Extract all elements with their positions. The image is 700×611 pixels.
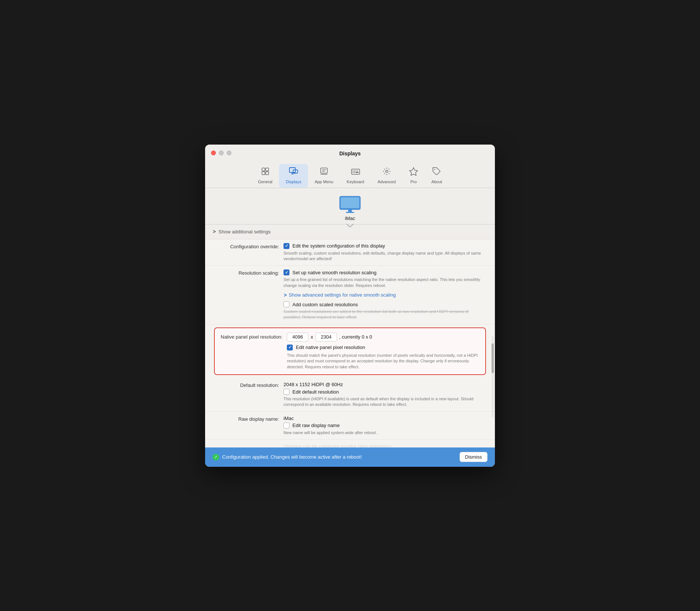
config-override-checkbox-label: Edit the system configuration of this di… (292, 243, 385, 249)
edit-default-res-checkbox[interactable] (283, 389, 289, 395)
svg-rect-26 (346, 212, 354, 213)
add-custom-checkbox-container[interactable]: Add custom scaled resolutions (283, 301, 486, 307)
svg-rect-24 (341, 197, 359, 208)
config-override-checkbox-container[interactable]: Edit the system configuration of this di… (283, 243, 486, 249)
resolution-scaling-row: Resolution scaling: Set up native smooth… (205, 266, 495, 324)
advanced-chevron-icon (283, 293, 287, 297)
tab-about[interactable]: About (425, 164, 449, 188)
tab-pro-label: Pro (411, 180, 417, 184)
tab-pro[interactable]: Pro (402, 164, 425, 188)
tab-about-label: About (431, 180, 442, 184)
add-custom-description: Custom scaled resolutions are added to t… (283, 309, 486, 320)
keyboard-icon (351, 167, 360, 178)
settings-content: Show additional settings Configuration o… (205, 224, 495, 447)
traffic-lights (211, 151, 231, 155)
show-additional-label: Show additional settings (218, 229, 270, 235)
edit-raw-name-checkbox-container[interactable]: Edit raw display name (283, 423, 486, 429)
native-panel-description: This should match the panel's physical r… (287, 353, 479, 370)
svg-rect-1 (266, 168, 269, 171)
tab-general[interactable]: General (251, 164, 279, 188)
pro-icon (409, 167, 418, 178)
tab-appmenu[interactable]: App Menu (308, 164, 340, 188)
default-resolution-content: 2048 x 1152 HiDPI @ 60Hz Edit default re… (283, 382, 486, 408)
native-panel-content: x , currently 0 x 0 Edit native panel pi… (287, 333, 479, 370)
main-window: Displays General (205, 145, 495, 467)
tab-keyboard[interactable]: Keyboard (340, 164, 371, 188)
display-header: iMac (205, 188, 495, 224)
tab-advanced[interactable]: Advanced (371, 164, 402, 188)
display-name-label: iMac (345, 216, 355, 221)
config-override-row: Configuration override: Edit the system … (205, 239, 495, 266)
native-panel-inner: Native panel pixel resolution: x , curre… (221, 333, 479, 370)
advanced-icon (382, 167, 391, 178)
dismiss-button[interactable]: Dismiss (460, 452, 488, 462)
svg-rect-8 (321, 168, 327, 173)
general-icon (261, 167, 270, 178)
config-override-content: Edit the system configuration of this di… (283, 243, 486, 262)
resolution-scaling-checkbox[interactable] (283, 269, 289, 275)
notification-bar: ✓ Configuration applied. Changes will be… (205, 447, 495, 467)
notification-text: ✓ Configuration applied. Changes will be… (213, 454, 362, 460)
edit-native-checkbox[interactable] (287, 345, 293, 350)
about-icon (432, 167, 441, 178)
resolution-scaling-description: Set up a fine-grained list of resolution… (283, 277, 486, 288)
native-width-input[interactable] (287, 333, 308, 342)
raw-display-name-label: Raw display name: (214, 416, 279, 422)
tab-displays[interactable]: Displays (279, 164, 308, 188)
add-custom-checkbox[interactable] (283, 301, 289, 307)
native-panel-box: Native panel pixel resolution: x , curre… (214, 327, 486, 375)
blurred-text-1: Displays can be computer monitor (also t… (283, 443, 486, 447)
tab-general-label: General (258, 180, 272, 184)
resolution-scaling-label: Resolution scaling: (214, 269, 279, 276)
config-override-label: Configuration override: (214, 243, 279, 249)
default-resolution-label: Default resolution: (214, 382, 279, 388)
config-override-description: Smooth scaling, custom scaled resolution… (283, 250, 486, 262)
section-chevron-icon (213, 230, 216, 233)
svg-rect-3 (266, 172, 269, 175)
appmenu-icon (320, 167, 328, 178)
resolution-inputs: x , currently 0 x 0 (287, 333, 479, 342)
tab-advanced-label: Advanced (377, 180, 396, 184)
default-resolution-description: This resolution (HiDPI if available) is … (283, 396, 486, 408)
svg-point-20 (386, 170, 388, 172)
raw-display-name-row: Raw display name: iMac Edit raw display … (205, 412, 495, 440)
resolution-scaling-checkbox-container[interactable]: Set up native smooth resolution scaling (283, 269, 486, 275)
edit-default-res-label: Edit default resolution (292, 389, 339, 395)
show-advanced-native-smooth[interactable]: Show advanced settings for native smooth… (283, 291, 486, 298)
res-x-separator: x (311, 334, 313, 340)
window-title: Displays (211, 151, 489, 161)
default-resolution-row: Default resolution: 2048 x 1152 HiDPI @ … (205, 378, 495, 412)
raw-display-name-content: iMac Edit raw display name New name will… (283, 416, 486, 436)
maximize-button[interactable] (227, 151, 231, 155)
svg-rect-12 (351, 169, 360, 174)
svg-rect-25 (348, 210, 352, 212)
svg-rect-0 (262, 168, 265, 171)
res-currently-label: , currently 0 x 0 (339, 334, 372, 340)
edit-raw-name-label: Edit raw display name (292, 423, 340, 428)
scrollbar-track (492, 336, 494, 418)
edit-native-label: Edit native panel pixel resolution (296, 345, 365, 350)
default-resolution-value: 2048 x 1152 HiDPI @ 60Hz (283, 382, 486, 387)
notification-message: Configuration applied. Changes will beco… (222, 454, 362, 460)
notification-check-icon: ✓ (213, 454, 219, 460)
edit-default-res-checkbox-container[interactable]: Edit default resolution (283, 389, 486, 395)
close-button[interactable] (211, 151, 216, 155)
raw-display-name-value: iMac (283, 416, 486, 421)
resolution-scaling-content: Set up native smooth resolution scaling … (283, 269, 486, 320)
config-override-checkbox[interactable] (283, 243, 289, 249)
edit-native-checkbox-container[interactable]: Edit native panel pixel resolution (287, 345, 479, 350)
scrollbar-thumb[interactable] (492, 343, 494, 373)
native-height-input[interactable] (315, 333, 337, 342)
edit-raw-name-checkbox[interactable] (283, 423, 289, 429)
svg-marker-21 (409, 168, 418, 175)
toolbar: General Displays (205, 161, 495, 188)
tab-appmenu-label: App Menu (315, 180, 333, 184)
show-advanced-native-label: Show advanced settings for native smooth… (289, 292, 396, 298)
resolution-scaling-checkbox-label: Set up native smooth resolution scaling (292, 270, 376, 275)
native-panel-label: Native panel pixel resolution: (221, 333, 287, 340)
titlebar: Displays (205, 145, 495, 161)
blurred-content-1: Displays can be computer monitor (also t… (283, 443, 486, 447)
raw-display-name-description: New name will be applied system-wide aft… (283, 430, 486, 436)
minimize-button[interactable] (219, 151, 224, 155)
expand-chevron-icon (346, 223, 354, 228)
